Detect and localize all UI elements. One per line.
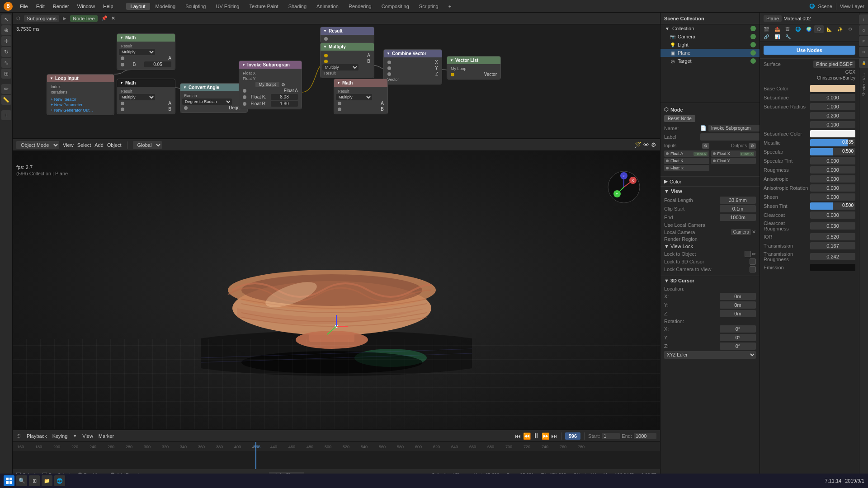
cursor-rx-input[interactable]: [720, 325, 756, 333]
view-lock-fold[interactable]: ▼ View Lock: [664, 244, 756, 249]
select-btn[interactable]: Select: [77, 142, 91, 148]
focal-length-input[interactable]: [720, 197, 756, 204]
browser-taskbar[interactable]: 🌐: [54, 475, 65, 486]
tab-modifier-props[interactable]: 🔧: [783, 33, 793, 41]
tab-compositing[interactable]: Compositing: [377, 3, 414, 10]
emission-swatch[interactable]: [810, 264, 855, 271]
output-float-x[interactable]: Float X Float X: [711, 150, 756, 157]
node-pin[interactable]: 📌: [101, 15, 108, 21]
add-btn[interactable]: Add: [94, 142, 104, 148]
start-btn[interactable]: [4, 475, 14, 486]
subprograms-dropdown[interactable]: Subprograms: [24, 15, 59, 22]
search-taskbar[interactable]: 🔍: [16, 475, 27, 486]
node-invoke-subprogram[interactable]: Invoke Subprogram Float X Float Y My Scr…: [239, 61, 302, 109]
node-multiply[interactable]: Multiply A B Multiply Result: [320, 42, 374, 78]
marker-btn[interactable]: Marker: [99, 433, 114, 439]
toolbar-scale[interactable]: ⤡: [1, 58, 11, 68]
target-vis-icon[interactable]: [750, 58, 756, 64]
menu-render[interactable]: Render: [49, 3, 73, 10]
tab-animation[interactable]: Animation: [312, 3, 343, 10]
anisotropic-input[interactable]: [810, 175, 855, 183]
view-btn[interactable]: View: [63, 142, 74, 148]
outliner-camera[interactable]: 📷 Camera: [660, 33, 760, 41]
toolbar-move[interactable]: ✛: [1, 36, 11, 46]
collection-vis-icon[interactable]: [750, 26, 756, 31]
tab-particles-props[interactable]: ✨: [835, 25, 845, 33]
tab-render-props[interactable]: 🎬: [761, 25, 772, 33]
sub-radius-input[interactable]: [810, 103, 855, 110]
cursor-y-input[interactable]: [720, 301, 756, 309]
reset-node-btn[interactable]: Reset Node: [664, 115, 695, 122]
view-btn-tl[interactable]: View: [82, 433, 93, 439]
outliner-light[interactable]: 💡 Light: [660, 41, 760, 49]
node-loop-input[interactable]: Loop Input Index Iterations + New Iterat…: [47, 74, 114, 115]
toolbar-transform[interactable]: ⊞: [1, 69, 11, 79]
lock-to-obj-icon[interactable]: ✏: [752, 251, 756, 257]
outliner-collection[interactable]: ▼ Collection: [660, 24, 760, 33]
shortcut-ic[interactable]: 🔒: [859, 58, 868, 68]
node-result-top[interactable]: Result: [320, 27, 374, 43]
object-btn[interactable]: Object: [107, 142, 122, 148]
clip-end-input[interactable]: [720, 214, 756, 221]
cursor-ry-input[interactable]: [720, 334, 756, 341]
viewport-content[interactable]: X Y Z fps: 2.7 (596) Collection | Plan: [13, 151, 660, 429]
task-view[interactable]: ⊞: [29, 475, 40, 486]
cursor-fold[interactable]: ▼ 3D Cursor: [664, 278, 756, 283]
cursor-x-input[interactable]: [720, 293, 756, 300]
math2-mode[interactable]: Multiply: [119, 94, 155, 100]
input-float-k[interactable]: Float K: [664, 158, 709, 164]
color-fold[interactable]: ▶ Color: [664, 178, 756, 184]
tab-rendering[interactable]: Rendering: [344, 3, 376, 10]
tab-data-props[interactable]: 📊: [772, 33, 783, 41]
toolbar-rotate[interactable]: ↻: [1, 47, 11, 57]
lock-to-obj-checkbox[interactable]: [745, 251, 751, 257]
plane-vis-icon[interactable]: [750, 50, 756, 56]
node-convert-angle[interactable]: Convert Angle Radian Degree to Radian De…: [180, 83, 248, 113]
lock-to-cursor-checkbox[interactable]: [750, 258, 756, 265]
metallic-slider[interactable]: 0.835: [810, 139, 855, 146]
clearcoat-rough-input[interactable]: [810, 222, 855, 230]
sheen-tint-slider[interactable]: 0.500: [810, 202, 855, 210]
keyframe-next-btn[interactable]: ⏭: [551, 432, 557, 440]
menu-help[interactable]: Help: [99, 3, 117, 10]
convert-mode[interactable]: Degree to Radian: [182, 99, 232, 105]
keying-btn[interactable]: Keying: [52, 433, 68, 439]
subsurface-input[interactable]: [810, 94, 855, 101]
playback-btn[interactable]: Playback: [27, 433, 47, 439]
viewport-mode[interactable]: Object Mode: [16, 141, 59, 149]
node-combine-vector[interactable]: Combine Vector X Y Z Vector: [383, 49, 442, 84]
node-label-input[interactable]: [700, 133, 760, 141]
clip-start-input[interactable]: [720, 205, 756, 212]
timeline-body[interactable]: [13, 451, 660, 469]
viewport[interactable]: Object Mode View Select Add Object Globa…: [13, 139, 660, 429]
roughness-input[interactable]: [810, 166, 855, 174]
viewport-icon-2[interactable]: 👁: [643, 141, 649, 148]
frame-prev-btn[interactable]: ⏪: [523, 432, 531, 440]
trans-rough-input[interactable]: [810, 253, 855, 260]
menu-window[interactable]: Window: [74, 3, 99, 10]
toolbar-measure[interactable]: 📏: [1, 95, 11, 105]
node-vector-list[interactable]: Vector List My Loop Vector: [447, 56, 501, 80]
ior-input[interactable]: [810, 233, 855, 240]
node-math2[interactable]: Math Result Multiply A B: [117, 79, 175, 114]
sub-color-swatch[interactable]: [810, 130, 855, 137]
base-color-swatch[interactable]: [810, 85, 855, 92]
sub-radius-2-input[interactable]: [810, 112, 855, 119]
tab-uv-editing[interactable]: UV Editing: [211, 3, 244, 10]
input-float-r[interactable]: Float R: [664, 165, 709, 171]
tab-sculpting[interactable]: Sculpting: [181, 3, 210, 10]
play-btn[interactable]: ⏸: [533, 432, 540, 440]
keyframe-prev-btn[interactable]: ⏮: [515, 432, 521, 440]
camera-clear-btn[interactable]: ✕: [752, 229, 756, 235]
invoke-r[interactable]: [271, 101, 298, 107]
tab-output-props[interactable]: 📤: [772, 25, 783, 33]
tab-world-props[interactable]: 🌍: [803, 25, 814, 33]
tab-add[interactable]: +: [444, 3, 456, 10]
keying-dropdown[interactable]: ▼: [73, 434, 77, 438]
invoke-k[interactable]: [271, 94, 298, 100]
node-math1[interactable]: Math Result Multiply A B: [117, 33, 175, 70]
properties-fold[interactable]: ▼ View: [664, 188, 756, 194]
light-vis-icon[interactable]: [750, 42, 756, 47]
toolbar-cursor[interactable]: ⊕: [1, 25, 11, 35]
tab-material-props[interactable]: ⬡: [814, 25, 824, 33]
